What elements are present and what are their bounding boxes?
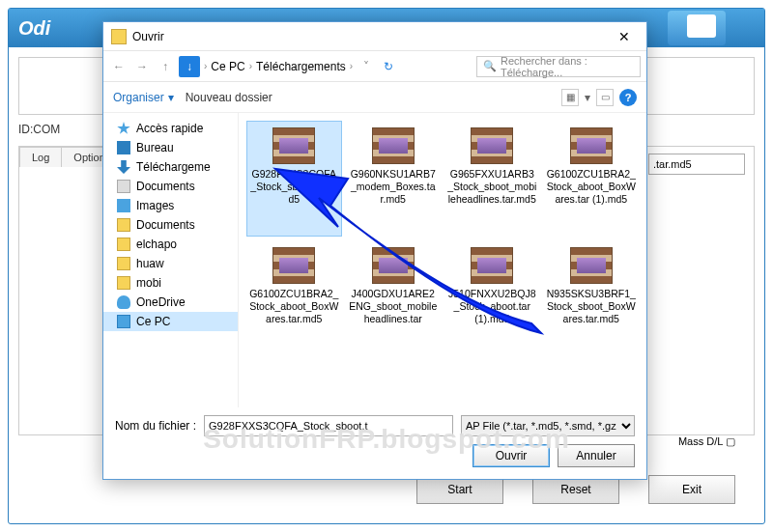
sidebar-item-label: Images xyxy=(136,199,174,212)
file-item[interactable]: J510FNXXU2BQJ8_Stock_aboot.tar (1).md5 xyxy=(444,240,540,356)
open-button[interactable]: Ouvrir xyxy=(472,444,550,467)
chevron-down-icon: ▾ xyxy=(168,91,174,104)
file-item[interactable]: J400GDXU1ARE2ENG_sboot_mobileheadlines.t… xyxy=(346,240,442,356)
sidebar-item-5[interactable]: Documents xyxy=(103,215,238,235)
chevron-right-icon: › xyxy=(249,61,252,71)
file-name: G6100ZCU1BRA2_Stock_aboot_BoxWares.tar (… xyxy=(547,168,637,206)
ic-cloud xyxy=(117,295,130,309)
sidebar-item-label: Téléchargeme xyxy=(136,160,211,174)
cancel-button[interactable]: Annuler xyxy=(558,444,635,467)
refresh-icon[interactable]: ↻ xyxy=(380,60,397,73)
file-name: G6100ZCU1BRA2_Stock_aboot_BoxWares.tar.m… xyxy=(249,288,339,325)
dialog-toolbar: Organiser ▾ Nouveau dossier ▦ ▾ ▭ ? xyxy=(103,82,646,113)
file-item[interactable]: G965FXXU1ARB3_Stock_sboot_mobileheadline… xyxy=(444,121,540,237)
file-name: G960NKSU1ARB7_modem_Boxes.tar.md5 xyxy=(349,168,439,206)
file-name: G928FXXS3CQFA_Stock_sboot.tar.md5 xyxy=(249,168,339,206)
file-item[interactable]: G928FXXS3CQFA_Stock_sboot.tar.md5 xyxy=(246,121,342,237)
sidebar-item-10[interactable]: Ce PC xyxy=(103,312,238,331)
ic-folder xyxy=(117,276,130,290)
forward-icon[interactable]: → xyxy=(132,57,152,76)
folder-icon xyxy=(111,29,127,44)
close-icon[interactable]: ✕ xyxy=(610,29,639,44)
dropdown-icon[interactable]: ˅ xyxy=(357,57,376,76)
chevron-right-icon: › xyxy=(350,61,353,71)
help-icon[interactable]: ? xyxy=(619,89,637,106)
archive-icon xyxy=(272,247,315,284)
sidebar-item-label: Documents xyxy=(136,218,195,232)
sidebar-item-label: huaw xyxy=(136,257,164,270)
new-folder-button[interactable]: Nouveau dossier xyxy=(186,91,272,104)
exit-button[interactable]: Exit xyxy=(648,475,735,504)
file-item[interactable]: G6100ZCU1BRA2_Stock_aboot_BoxWares.tar (… xyxy=(544,121,640,237)
file-item[interactable]: G6100ZCU1BRA2_Stock_aboot_BoxWares.tar.m… xyxy=(246,240,342,356)
sidebar-item-6[interactable]: elchapo xyxy=(103,235,238,254)
archive-icon xyxy=(372,247,415,284)
up-icon[interactable]: ↑ xyxy=(156,57,175,76)
odin-right-panel: .tar.md5 xyxy=(648,154,745,175)
ic-dl xyxy=(117,160,130,174)
archive-icon xyxy=(570,247,613,284)
sidebar-item-8[interactable]: mobi xyxy=(103,273,238,293)
ic-star xyxy=(117,122,130,135)
organize-button[interactable]: Organiser ▾ xyxy=(113,91,174,104)
search-placeholder: Rechercher dans : Télécharge... xyxy=(501,55,634,78)
back-icon[interactable]: ← xyxy=(109,57,129,76)
crumb-downloads[interactable]: Téléchargements xyxy=(256,60,346,73)
dialog-titlebar: Ouvrir ✕ xyxy=(103,22,646,51)
preview-icon[interactable]: ▭ xyxy=(596,89,614,106)
dialog-title: Ouvrir xyxy=(132,30,164,43)
sidebar-item-3[interactable]: Documents xyxy=(103,177,238,196)
ic-doc xyxy=(117,180,130,193)
recent-icon[interactable]: ↓ xyxy=(179,56,200,77)
file-item[interactable]: G960NKSU1ARB7_modem_Boxes.tar.md5 xyxy=(346,121,442,237)
filetype-select[interactable]: AP File (*.tar, *.md5, *.smd, *.gz xyxy=(461,415,635,436)
ic-folder xyxy=(117,257,130,270)
archive-icon xyxy=(372,127,415,164)
file-open-dialog: Ouvrir ✕ ← → ↑ ↓ › Ce PC › Téléchargemen… xyxy=(102,21,647,480)
sidebar-item-label: elchapo xyxy=(136,238,177,251)
sidebar-item-label: mobi xyxy=(136,276,161,290)
search-input[interactable]: 🔍 Rechercher dans : Télécharge... xyxy=(476,56,641,77)
file-name: J400GDXU1ARE2ENG_sboot_mobileheadlines.t… xyxy=(349,288,439,325)
ic-folder xyxy=(117,238,130,251)
file-name: J510FNXXU2BQJ8_Stock_aboot.tar (1).md5 xyxy=(447,288,537,325)
ap-file-field[interactable]: .tar.md5 xyxy=(648,154,745,175)
file-grid: G928FXXS3CQFA_Stock_sboot.tar.md5G960NKS… xyxy=(239,113,646,407)
sidebar-item-label: Bureau xyxy=(136,141,174,154)
sidebar-item-label: Documents xyxy=(136,180,195,193)
dialog-nav: ← → ↑ ↓ › Ce PC › Téléchargements › ˅ ↻ … xyxy=(103,51,646,82)
chevron-right-icon: › xyxy=(204,61,207,71)
sidebar-item-1[interactable]: Bureau xyxy=(103,138,238,157)
sidebar-item-label: Accès rapide xyxy=(136,122,203,135)
archive-icon xyxy=(272,127,315,164)
download-icon xyxy=(687,14,716,38)
filename-label: Nom du fichier : xyxy=(115,419,196,433)
tab-log[interactable]: Log xyxy=(19,147,62,167)
sidebar-item-7[interactable]: huaw xyxy=(103,254,238,273)
file-name: N935SKSU3BRF1_Stock_sboot_BoxWares.tar.m… xyxy=(547,288,637,325)
search-icon: 🔍 xyxy=(483,60,497,72)
ic-desktop xyxy=(117,141,130,154)
ic-folder xyxy=(117,218,130,232)
sidebar-item-9[interactable]: OneDrive xyxy=(103,293,238,312)
file-name: G965FXXU1ARB3_Stock_sboot_mobileheadline… xyxy=(447,168,537,206)
ic-pc xyxy=(117,315,130,328)
sidebar: Accès rapideBureauTéléchargemeDocumentsI… xyxy=(103,113,239,407)
file-item[interactable]: N935SKSU3BRF1_Stock_sboot_BoxWares.tar.m… xyxy=(544,240,640,356)
view-icon[interactable]: ▦ xyxy=(561,89,579,106)
ic-img xyxy=(117,199,130,212)
odin-title: Odi xyxy=(18,17,50,40)
breadcrumb[interactable]: Ce PC › Téléchargements › xyxy=(211,60,353,73)
mass-dl-label[interactable]: Mass D/L ▢ xyxy=(678,435,735,448)
sidebar-item-4[interactable]: Images xyxy=(103,196,238,215)
crumb-cepc[interactable]: Ce PC xyxy=(211,60,244,73)
archive-icon xyxy=(570,127,613,164)
sidebar-item-label: Ce PC xyxy=(136,315,170,328)
archive-icon xyxy=(471,127,513,164)
dialog-footer: Nom du fichier : AP File (*.tar, *.md5, … xyxy=(103,407,646,479)
sidebar-item-label: OneDrive xyxy=(136,295,186,309)
chevron-down-icon[interactable]: ▾ xyxy=(585,91,590,104)
sidebar-item-2[interactable]: Téléchargeme xyxy=(103,157,238,177)
sidebar-item-0[interactable]: Accès rapide xyxy=(103,119,238,138)
filename-input[interactable] xyxy=(204,415,453,436)
